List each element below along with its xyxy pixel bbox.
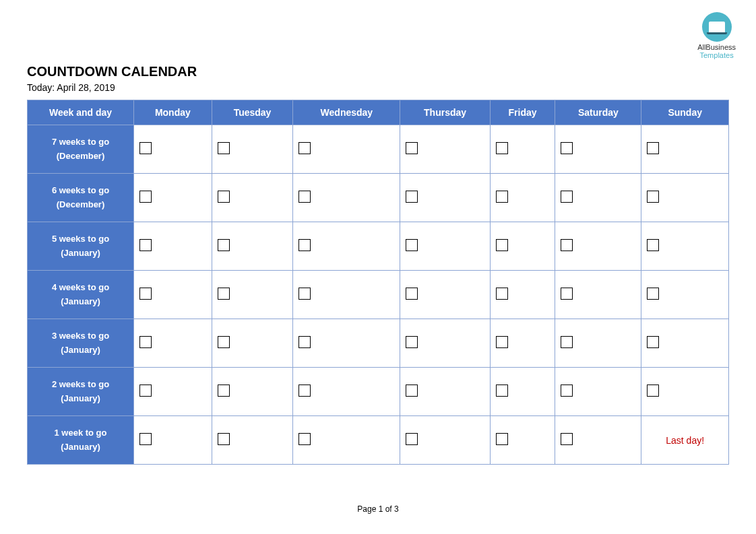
row-header: 7 weeks to go(December) (28, 125, 134, 174)
checkbox-icon[interactable] (298, 385, 311, 397)
checkbox-icon[interactable] (139, 239, 152, 251)
row-header: 4 weeks to go(January) (28, 271, 134, 319)
checkbox-icon[interactable] (139, 385, 152, 397)
column-header: Wednesday (293, 100, 400, 125)
table-row: 4 weeks to go(January) (28, 271, 729, 319)
checkbox-icon[interactable] (496, 142, 508, 154)
table-row: 3 weeks to go(January) (28, 319, 729, 368)
checkbox-icon[interactable] (298, 142, 311, 154)
calendar-cell (134, 222, 212, 271)
checkbox-icon[interactable] (496, 191, 508, 203)
checkbox-icon[interactable] (496, 336, 508, 348)
calendar-cell (400, 319, 490, 368)
checkbox-icon[interactable] (298, 433, 311, 445)
column-header: Thursday (400, 100, 490, 125)
checkbox-icon[interactable] (218, 385, 230, 397)
row-header: 3 weeks to go(January) (28, 319, 134, 368)
checkbox-icon[interactable] (561, 142, 573, 154)
checkbox-icon[interactable] (496, 239, 508, 251)
last-day-cell: Last day! (641, 416, 729, 465)
calendar-table: Week and dayMondayTuesdayWednesdayThursd… (27, 100, 729, 465)
checkbox-icon[interactable] (647, 239, 659, 251)
calendar-cell (212, 271, 293, 319)
checkbox-icon[interactable] (406, 433, 418, 445)
checkbox-icon[interactable] (218, 142, 230, 154)
checkbox-icon[interactable] (139, 142, 152, 154)
calendar-cell (400, 368, 490, 416)
checkbox-icon[interactable] (647, 385, 659, 397)
checkbox-icon[interactable] (298, 288, 311, 300)
checkbox-icon[interactable] (298, 336, 311, 348)
column-header: Friday (490, 100, 555, 125)
column-header: Sunday (641, 100, 729, 125)
checkbox-icon[interactable] (647, 142, 659, 154)
calendar-cell (212, 416, 293, 465)
checkbox-icon[interactable] (561, 336, 573, 348)
checkbox-icon[interactable] (561, 288, 573, 300)
checkbox-icon[interactable] (406, 336, 418, 348)
table-body: 7 weeks to go(December)6 weeks to go(Dec… (28, 125, 729, 465)
checkbox-icon[interactable] (218, 239, 230, 251)
calendar-cell (293, 368, 400, 416)
checkbox-icon[interactable] (496, 385, 508, 397)
checkbox-icon[interactable] (406, 191, 418, 203)
logo: AllBusiness Templates (697, 12, 736, 59)
checkbox-icon[interactable] (496, 433, 508, 445)
calendar-cell (490, 319, 555, 368)
checkbox-icon[interactable] (406, 142, 418, 154)
calendar-cell (555, 271, 641, 319)
checkbox-icon[interactable] (298, 239, 311, 251)
calendar-cell (641, 174, 729, 222)
calendar-cell (490, 174, 555, 222)
checkbox-icon[interactable] (647, 288, 659, 300)
checkbox-icon[interactable] (139, 433, 152, 445)
checkbox-icon[interactable] (139, 288, 152, 300)
page-title: COUNTDOWN CALENDAR (27, 64, 729, 79)
calendar-cell (641, 319, 729, 368)
checkbox-icon[interactable] (139, 191, 152, 203)
checkbox-icon[interactable] (218, 191, 230, 203)
row-header: 2 weeks to go(January) (28, 368, 134, 416)
calendar-cell (293, 222, 400, 271)
calendar-cell (212, 319, 293, 368)
checkbox-icon[interactable] (298, 191, 311, 203)
checkbox-icon[interactable] (218, 433, 230, 445)
checkbox-icon[interactable] (647, 191, 659, 203)
column-header: Tuesday (212, 100, 293, 125)
calendar-cell (293, 125, 400, 174)
calendar-cell (134, 368, 212, 416)
checkbox-icon[interactable] (647, 336, 659, 348)
row-header: 1 week to go(January) (28, 416, 134, 465)
checkbox-icon[interactable] (406, 288, 418, 300)
checkbox-icon[interactable] (561, 191, 573, 203)
checkbox-icon[interactable] (496, 288, 508, 300)
checkbox-icon[interactable] (406, 385, 418, 397)
checkbox-icon[interactable] (406, 239, 418, 251)
calendar-cell (555, 125, 641, 174)
table-row: 2 weeks to go(January) (28, 368, 729, 416)
calendar-cell (400, 125, 490, 174)
calendar-cell (212, 174, 293, 222)
table-row: 5 weeks to go(January) (28, 222, 729, 271)
calendar-cell (490, 125, 555, 174)
checkbox-icon[interactable] (218, 288, 230, 300)
row-header: 6 weeks to go(December) (28, 174, 134, 222)
calendar-cell (555, 368, 641, 416)
checkbox-icon[interactable] (218, 336, 230, 348)
calendar-cell (293, 416, 400, 465)
calendar-cell (641, 222, 729, 271)
checkbox-icon[interactable] (561, 239, 573, 251)
calendar-cell (490, 416, 555, 465)
column-header: Week and day (28, 100, 134, 125)
checkbox-icon[interactable] (139, 336, 152, 348)
calendar-cell (212, 222, 293, 271)
table-row: 6 weeks to go(December) (28, 174, 729, 222)
checkbox-icon[interactable] (561, 433, 573, 445)
logo-icon (702, 12, 732, 42)
calendar-cell (555, 174, 641, 222)
checkbox-icon[interactable] (561, 385, 573, 397)
table-row: 1 week to go(January)Last day! (28, 416, 729, 465)
calendar-cell (641, 271, 729, 319)
calendar-cell (555, 416, 641, 465)
calendar-cell (400, 271, 490, 319)
